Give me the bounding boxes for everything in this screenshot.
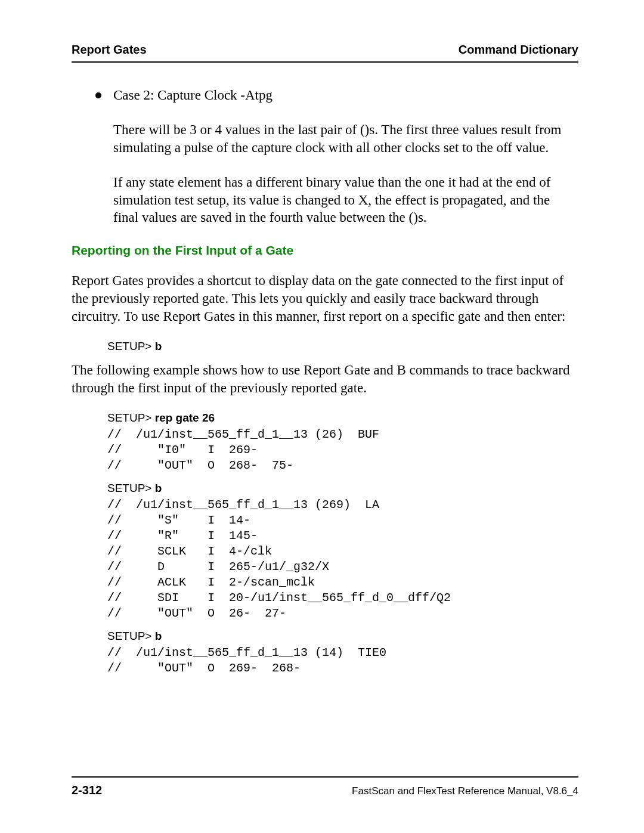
prompt-label: SETUP> [107,411,155,424]
case2-paragraph-1: There will be 3 or 4 values in the last … [113,121,578,157]
prompt-label: SETUP> [107,630,155,642]
prompt-line-3: SETUP> b [107,482,578,495]
running-header: Report Gates Command Dictionary [72,43,578,63]
running-footer: 2-312 FastScan and FlexTest Reference Ma… [72,776,578,797]
prompt-label: SETUP> [107,482,155,494]
header-right: Command Dictionary [459,43,578,57]
section-paragraph-1: Report Gates provides a shortcut to disp… [72,272,578,326]
prompt-line-4: SETUP> b [107,630,578,643]
code-block-3: // /u1/inst__565_ff_d_1__13 (14) TIE0 //… [107,645,578,676]
section-paragraph-2: The following example shows how to use R… [72,361,578,397]
prompt-line-1: SETUP> b [107,340,578,353]
footer-page-number: 2-312 [72,784,102,797]
footer-manual-title: FastScan and FlexTest Reference Manual, … [352,785,578,797]
page: Report Gates Command Dictionary Case 2: … [0,0,644,833]
case2-paragraph-2: If any state element has a different bin… [113,174,578,227]
header-left: Report Gates [72,43,147,57]
prompt-command: b [155,630,162,642]
prompt-label: SETUP> [107,340,155,352]
code-block-1: // /u1/inst__565_ff_d_1__13 (26) BUF // … [107,427,578,473]
code-block-2: // /u1/inst__565_ff_d_1__13 (269) LA // … [107,497,578,621]
case2-bullet: Case 2: Capture Clock -Atpg [95,86,578,104]
case2-title: Case 2: Capture Clock -Atpg [113,86,273,104]
prompt-command: rep gate 26 [155,411,215,424]
prompt-command: b [155,340,162,352]
prompt-line-2: SETUP> rep gate 26 [107,411,578,425]
section-heading: Reporting on the First Input of a Gate [72,243,578,258]
prompt-command: b [155,482,162,494]
bullet-icon [95,92,101,98]
